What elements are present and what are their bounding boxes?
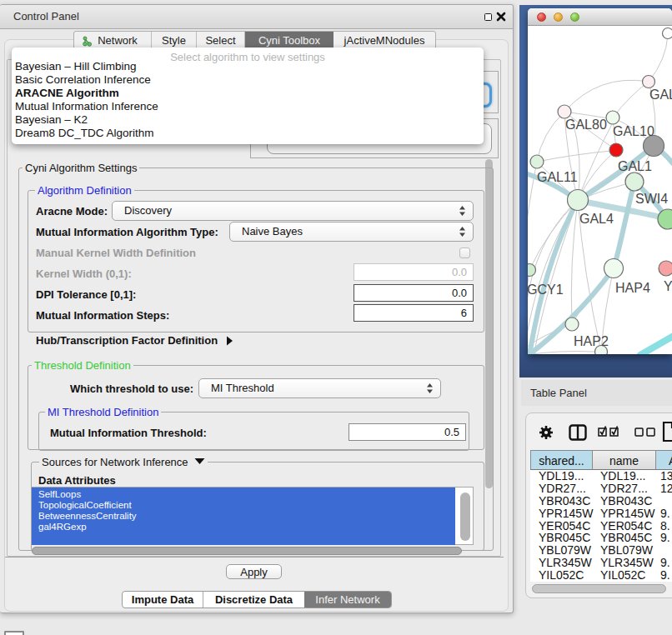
svg-text:Y: Y xyxy=(664,279,672,293)
svg-text:GAL11: GAL11 xyxy=(537,170,578,184)
svg-text:GAL2: GAL2 xyxy=(649,88,672,102)
svg-text:GAL1: GAL1 xyxy=(618,159,652,173)
svg-text:GAL80: GAL80 xyxy=(565,118,607,132)
svg-text:GCY1: GCY1 xyxy=(528,282,564,297)
svg-text:SWI4: SWI4 xyxy=(635,192,668,206)
svg-text:HAP4: HAP4 xyxy=(615,281,650,295)
svg-text:GAL10: GAL10 xyxy=(613,124,654,138)
svg-text:HAP2: HAP2 xyxy=(574,334,609,348)
svg-text:GAL4: GAL4 xyxy=(579,212,614,226)
